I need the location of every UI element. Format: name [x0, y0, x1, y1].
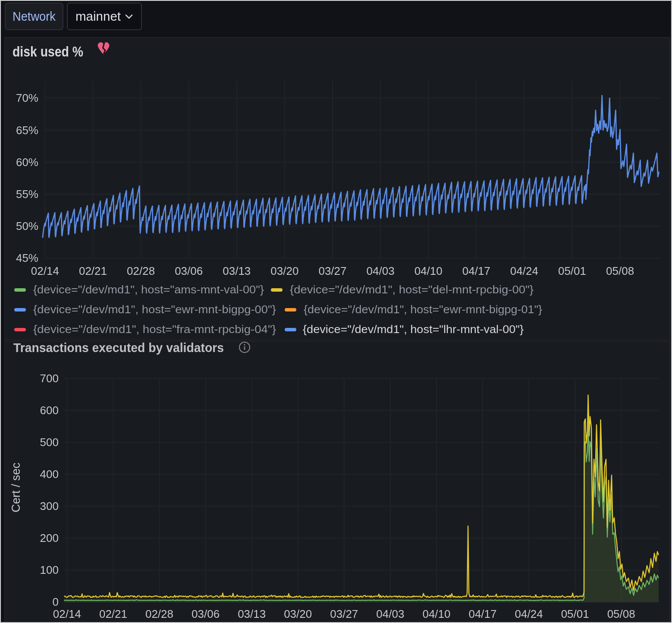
svg-text:{device="/dev/md1", host="ewr-: {device="/dev/md1", host="ewr-mnt-bigpg-…	[304, 303, 542, 315]
svg-text:04/03: 04/03	[367, 264, 395, 277]
svg-text:04/17: 04/17	[468, 607, 496, 620]
svg-text:03/13: 03/13	[238, 607, 266, 620]
svg-text:Cert / sec: Cert / sec	[9, 463, 22, 513]
svg-text:65%: 65%	[16, 124, 38, 137]
svg-text:{device="/dev/md1", host="lhr-: {device="/dev/md1", host="lhr-mnt-val-00…	[303, 323, 524, 335]
svg-text:04/24: 04/24	[510, 264, 538, 277]
svg-text:45%: 45%	[16, 252, 38, 264]
svg-text:500: 500	[40, 436, 59, 449]
svg-text:05/01: 05/01	[558, 264, 586, 277]
svg-text:400: 400	[40, 468, 59, 481]
svg-text:03/27: 03/27	[318, 264, 346, 277]
svg-text:02/14: 02/14	[31, 264, 59, 277]
svg-text:03/20: 03/20	[284, 607, 312, 620]
svg-text:Network: Network	[13, 9, 56, 23]
svg-text:disk used %: disk used %	[13, 44, 83, 60]
svg-text:60%: 60%	[16, 156, 38, 169]
svg-text:04/17: 04/17	[462, 264, 490, 277]
svg-text:02/14: 02/14	[53, 607, 81, 620]
svg-text:02/28: 02/28	[145, 607, 173, 620]
svg-text:300: 300	[40, 500, 59, 513]
svg-text:03/27: 03/27	[330, 607, 358, 620]
svg-text:04/24: 04/24	[515, 607, 543, 620]
svg-text:05/08: 05/08	[606, 264, 634, 277]
svg-text:04/10: 04/10	[422, 607, 450, 620]
svg-text:200: 200	[40, 532, 59, 544]
svg-text:700: 700	[40, 372, 59, 385]
svg-text:04/03: 04/03	[376, 607, 404, 620]
svg-text:100: 100	[40, 563, 59, 576]
svg-text:02/21: 02/21	[79, 264, 107, 277]
svg-text:02/21: 02/21	[99, 607, 127, 620]
svg-text:03/06: 03/06	[192, 607, 220, 620]
svg-text:0: 0	[53, 595, 59, 608]
svg-text:Transactions executed by valid: Transactions executed by validators	[13, 340, 224, 355]
svg-text:05/08: 05/08	[607, 607, 635, 620]
svg-text:{device="/dev/md1", host="ams-: {device="/dev/md1", host="ams-mnt-val-00…	[33, 283, 264, 296]
svg-text:{device="/dev/md1", host="del-: {device="/dev/md1", host="del-mnt-rpcbig…	[290, 283, 534, 296]
svg-text:05/01: 05/01	[561, 607, 589, 620]
svg-text:mainnet: mainnet	[75, 9, 121, 23]
svg-text:02/28: 02/28	[127, 264, 155, 277]
svg-text:600: 600	[40, 404, 59, 417]
svg-text:{device="/dev/md1", host="fra-: {device="/dev/md1", host="fra-mnt-rpcbig…	[33, 323, 276, 335]
svg-text:50%: 50%	[16, 220, 38, 233]
svg-text:{device="/dev/md1", host="ewr-: {device="/dev/md1", host="ewr-mnt-bigpg-…	[33, 303, 276, 315]
svg-text:55%: 55%	[16, 188, 38, 201]
svg-text:70%: 70%	[16, 91, 38, 104]
svg-text:03/20: 03/20	[270, 264, 298, 277]
svg-text:04/10: 04/10	[415, 264, 443, 277]
svg-text:03/06: 03/06	[175, 264, 203, 277]
svg-text:03/13: 03/13	[223, 264, 251, 277]
